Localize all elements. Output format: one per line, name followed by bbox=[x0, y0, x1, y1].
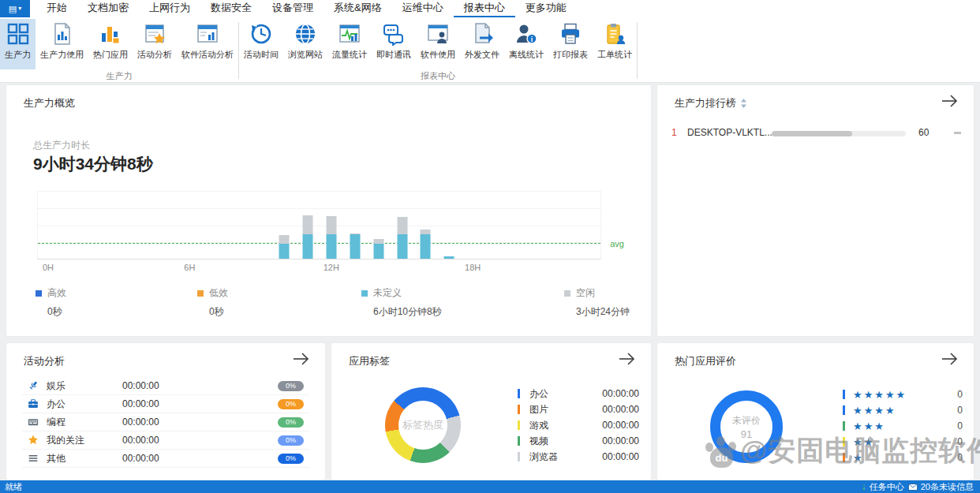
tags-legend-办公[interactable]: 办公00:00:00 bbox=[518, 386, 639, 401]
rating-count: 0 bbox=[957, 405, 963, 416]
clock-refresh-icon bbox=[249, 22, 273, 46]
menu-tab-数据安全[interactable]: 数据安全 bbox=[200, 0, 262, 17]
sort-icon[interactable] bbox=[740, 99, 747, 108]
tool-外发文件[interactable]: 外发文件 bbox=[460, 19, 504, 69]
rating-count: 0 bbox=[957, 389, 963, 400]
menu-icon bbox=[27, 452, 39, 465]
tags-legend-视频[interactable]: 视频00:00:00 bbox=[518, 433, 639, 449]
legend-color-bar bbox=[518, 436, 520, 446]
app-menu-button[interactable]: ▤ ▾ bbox=[0, 0, 30, 17]
tool-label: 流量统计 bbox=[332, 49, 367, 61]
tool-label: 外发文件 bbox=[465, 49, 499, 61]
x-axis-tick: 6H bbox=[184, 263, 195, 272]
tool-软件活动分析[interactable]: 软件活动分析 bbox=[177, 19, 238, 69]
bar-chart-icon bbox=[99, 22, 122, 46]
tool-打印报表[interactable]: 打印报表 bbox=[548, 19, 593, 69]
task-center-button[interactable]: ↓ 任务中心 bbox=[862, 481, 904, 493]
tool-生产力[interactable]: 生产力 bbox=[0, 19, 36, 69]
menu-tab-文档加密[interactable]: 文档加密 bbox=[77, 0, 139, 17]
tag-label: 浏览器 bbox=[529, 450, 558, 464]
trend-flat-icon bbox=[954, 132, 961, 134]
tool-label: 活动时间 bbox=[244, 49, 279, 61]
overview-legend-低效: 低效0秒 bbox=[197, 286, 228, 319]
legend-label: 高效 bbox=[47, 286, 66, 300]
legend-color-bar bbox=[518, 452, 520, 461]
tag-duration: 00:00:00 bbox=[602, 435, 639, 446]
tool-浏览网站[interactable]: 浏览网站 bbox=[283, 19, 327, 69]
activity-more-arrow-icon[interactable] bbox=[292, 352, 311, 366]
tags-more-arrow-icon[interactable] bbox=[618, 352, 637, 366]
ribbon-separator bbox=[637, 22, 638, 79]
total-duration-label: 总生产力时长 bbox=[33, 139, 90, 152]
legend-color-bar bbox=[843, 390, 845, 399]
star-icons: ★★★★ bbox=[853, 405, 896, 416]
menu-tab-开始[interactable]: 开始 bbox=[36, 0, 77, 17]
menu-tab-上网行为[interactable]: 上网行为 bbox=[139, 0, 200, 17]
activity-label: 其他 bbox=[47, 452, 65, 465]
tool-即时通讯[interactable]: 即时通讯 bbox=[372, 19, 416, 69]
rating-legend-2-star[interactable]: ★★0 bbox=[843, 434, 963, 450]
tool-活动分析[interactable]: 活动分析 bbox=[133, 19, 177, 69]
rating-legend-1-star[interactable]: ★0 bbox=[843, 450, 963, 465]
rating-legend-4-star[interactable]: ★★★★0 bbox=[843, 402, 963, 418]
legend-value: 0秒 bbox=[47, 305, 66, 319]
card-app-rating: 热门应用评价 未评价 91 ★★★★★0★★★★0★★★0★★0★0 bbox=[657, 343, 974, 480]
legend-label: 低效 bbox=[209, 286, 228, 300]
ranking-title: 生产力排行榜 bbox=[675, 96, 747, 110]
ranking-more-arrow-icon[interactable] bbox=[941, 94, 959, 108]
tags-legend-浏览器[interactable]: 浏览器00:00:00 bbox=[518, 449, 639, 465]
tool-生产力使用[interactable]: 生产力使用 bbox=[36, 19, 88, 69]
menu-tab-设备管理[interactable]: 设备管理 bbox=[262, 0, 324, 17]
menu-items: 开始文档加密上网行为数据安全设备管理系统&网络运维中心报表中心更多功能 bbox=[36, 0, 577, 17]
tags-legend-图片[interactable]: 图片00:00:00 bbox=[518, 401, 639, 417]
legend-color-swatch bbox=[361, 290, 368, 297]
mic-icon bbox=[27, 379, 39, 392]
tool-活动时间[interactable]: 活动时间 bbox=[239, 19, 283, 69]
tags-legend-游戏[interactable]: 游戏00:00:00 bbox=[518, 417, 639, 433]
activity-label: 办公 bbox=[47, 398, 65, 411]
activity-row-编程[interactable]: 编程00:00:000% bbox=[22, 413, 309, 431]
svg-text:i: i bbox=[531, 35, 533, 43]
unread-messages-button[interactable]: 20条未读信息 bbox=[908, 481, 974, 493]
menu-tab-运维中心[interactable]: 运维中心 bbox=[392, 0, 454, 17]
tool-工单统计[interactable]: 工单统计 bbox=[593, 19, 637, 69]
activity-row-娱乐[interactable]: 娱乐00:00:000% bbox=[22, 377, 309, 395]
activity-row-其他[interactable]: 其他00:00:000% bbox=[22, 450, 309, 468]
window-chart-icon bbox=[196, 22, 219, 46]
tool-热门应用[interactable]: 热门应用 bbox=[88, 19, 133, 69]
menu-tab-报表中心[interactable]: 报表中心 bbox=[454, 0, 515, 17]
bar-segment-空闲 bbox=[397, 217, 407, 234]
menu-tab-系统&网络[interactable]: 系统&网络 bbox=[324, 0, 392, 17]
rating-count: 0 bbox=[957, 436, 963, 447]
card-app-tags: 应用标签 标签热度 办公00:00:00图片00:00:00游戏00:00:00… bbox=[331, 343, 651, 480]
tags-title: 应用标签 bbox=[349, 354, 390, 368]
ranking-row[interactable]: 1DESKTOP-VLKTL...60 bbox=[657, 125, 974, 142]
activity-row-办公[interactable]: 办公00:00:000% bbox=[22, 395, 309, 413]
overview-title: 生产力概览 bbox=[24, 96, 75, 110]
grid-icon bbox=[6, 22, 30, 46]
rating-center-value: 91 bbox=[741, 428, 752, 440]
rating-legend-5-star[interactable]: ★★★★★0 bbox=[843, 387, 963, 402]
tag-label: 图片 bbox=[529, 403, 548, 416]
printer-icon bbox=[559, 22, 582, 46]
avg-line-label: avg bbox=[610, 239, 624, 248]
legend-color-swatch bbox=[36, 290, 42, 297]
activity-duration: 00:00:00 bbox=[122, 453, 159, 464]
activity-label: 编程 bbox=[47, 416, 65, 429]
legend-color-bar bbox=[843, 405, 845, 415]
rating-more-arrow-icon[interactable] bbox=[941, 352, 959, 366]
chat-icon bbox=[382, 22, 406, 46]
device-name: DESKTOP-VLKTL... bbox=[687, 127, 772, 138]
tool-流量统计[interactable]: 流量统计 bbox=[327, 19, 372, 69]
star-icons: ★★ bbox=[853, 437, 874, 447]
menu-tab-更多功能[interactable]: 更多功能 bbox=[515, 0, 577, 17]
rating-legend-3-star[interactable]: ★★★0 bbox=[843, 418, 963, 434]
activity-row-我的关注[interactable]: 我的关注00:00:000% bbox=[22, 431, 309, 450]
dashboard: 生产力概览 总生产力时长 9小时34分钟8秒 avg 0H6H12H18H 高效… bbox=[0, 83, 980, 480]
activity-duration: 00:00:00 bbox=[122, 380, 159, 391]
ribbon-toolbar: 生产力生产力使用热门应用活动分析软件活动分析生产力活动时间浏览网站流量统计即时通… bbox=[0, 17, 980, 83]
tool-软件使用[interactable]: 软件使用 bbox=[416, 19, 460, 69]
tool-label: 工单统计 bbox=[597, 49, 632, 61]
tool-离线统计[interactable]: i离线统计 bbox=[504, 19, 548, 69]
app-window: ▤ ▾ 开始文档加密上网行为数据安全设备管理系统&网络运维中心报表中心更多功能 … bbox=[0, 0, 980, 493]
